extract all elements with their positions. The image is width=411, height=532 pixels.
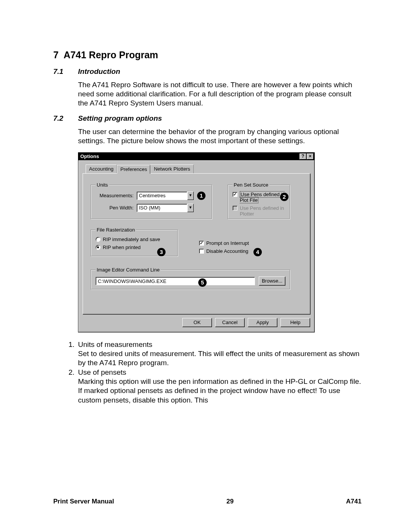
editor-group: Image Editor Command Line C:\WINDOWS\WAN… [91, 267, 290, 290]
section-7-2: 7.2 Setting program options [53, 114, 362, 123]
section-7-1: 7.1 Introduction [53, 67, 362, 76]
penwidth-label: Pen Width: [96, 205, 134, 211]
callout-5: 5 [198, 278, 207, 287]
list-title: Use of pensets [78, 368, 362, 377]
footer-page: 29 [226, 498, 234, 505]
tab-preferences[interactable]: Preferences [117, 165, 150, 174]
use-pens-plotter-label: Use Pens defined in Plotter [240, 205, 285, 217]
measurements-combo[interactable]: Centimetres ▼ [137, 192, 194, 200]
section-body: The A741 Repro Software is not difficult… [78, 80, 362, 107]
section-body: The user can determine the behavior of t… [78, 127, 362, 145]
disable-accounting-label: Disable Accounting [206, 248, 249, 254]
section-title: Setting program options [78, 114, 162, 123]
ok-button[interactable]: OK [182, 318, 212, 327]
penwidth-value: ISO (MM) [137, 204, 187, 212]
rip-immediate-radio[interactable] [96, 237, 100, 242]
rasterization-legend: File Rasterization [96, 227, 136, 233]
units-group: Units Measurements: Centimetres ▼ Pen Wi… [91, 182, 212, 219]
section-number: 7.2 [53, 114, 78, 123]
footer-right: A741 [346, 498, 362, 505]
pensource-legend: Pen Set Source [233, 182, 269, 188]
list-text: Set to desired units of measurement. Thi… [78, 349, 362, 368]
close-button[interactable]: × [307, 153, 314, 160]
list-text: Marking this option will use the pen inf… [78, 377, 362, 405]
list-number: 2. [68, 368, 78, 405]
callout-4: 4 [253, 248, 262, 256]
callout-1: 1 [197, 192, 206, 200]
list-title: Units of measurements [78, 340, 362, 349]
callout-3: 3 [157, 248, 166, 256]
callout-2: 2 [280, 193, 288, 201]
list-number: 1. [68, 340, 78, 368]
rip-immediate-label: RIP immediately and save [103, 236, 160, 242]
footer-left: Print Server Manual [53, 498, 114, 505]
tab-accounting[interactable]: Accounting [86, 165, 117, 173]
preferences-panel: Units Measurements: Centimetres ▼ Pen Wi… [83, 173, 310, 314]
penwidth-combo[interactable]: ISO (MM) ▼ [137, 204, 194, 212]
use-pens-plotfile-label: Use Pens defined in Plot File [240, 192, 285, 203]
disable-accounting-checkbox[interactable] [199, 249, 204, 254]
section-number: 7.1 [53, 67, 78, 76]
prompt-interrupt-checkbox[interactable]: ✓ [199, 241, 204, 246]
titlebar: Options ? × [78, 153, 314, 160]
pensource-group: Pen Set Source ✓ Use Pens defined in Plo… [228, 182, 290, 219]
cancel-button[interactable]: Cancel [215, 318, 245, 327]
rip-when-printed-label: RIP when printed [103, 244, 141, 250]
use-pens-plotter-checkbox [233, 206, 237, 211]
editor-legend: Image Editor Command Line [96, 267, 161, 273]
measurements-label: Measurements: [96, 193, 134, 198]
page-footer: Print Server Manual 29 A741 [53, 498, 362, 505]
help-button[interactable]: ? [299, 153, 306, 160]
apply-button[interactable]: Apply [248, 318, 277, 327]
measurements-value: Centimetres [137, 192, 187, 200]
options-dialog-figure: Options ? × Accounting Preferences Netwo… [78, 152, 362, 332]
editor-path-input[interactable]: C:\WINDOWS\WANGIMG.EXE [96, 277, 255, 285]
tab-bar: Accounting Preferences Network Plotters [86, 165, 310, 173]
dialog-button-row: OK Cancel Apply Help [83, 318, 310, 327]
use-pens-plotfile-checkbox[interactable]: ✓ [233, 192, 237, 197]
dialog-title: Options [79, 153, 299, 159]
units-legend: Units [96, 182, 109, 188]
prompt-interrupt-label: Prompt on Interrupt [206, 240, 249, 246]
list-item-2: 2. Use of pensets Marking this option wi… [68, 368, 362, 405]
dropdown-icon[interactable]: ▼ [187, 192, 194, 200]
section-title: Introduction [78, 67, 120, 76]
list-item-1: 1. Units of measurements Set to desired … [68, 340, 362, 368]
dropdown-icon[interactable]: ▼ [187, 204, 194, 212]
tab-network-plotters[interactable]: Network Plotters [150, 165, 193, 173]
rip-when-printed-radio[interactable] [96, 245, 100, 250]
help-button[interactable]: Help [280, 318, 310, 327]
chapter-heading: 7 A741 Repro Program [53, 50, 362, 61]
browse-button[interactable]: Browse... [259, 276, 285, 286]
